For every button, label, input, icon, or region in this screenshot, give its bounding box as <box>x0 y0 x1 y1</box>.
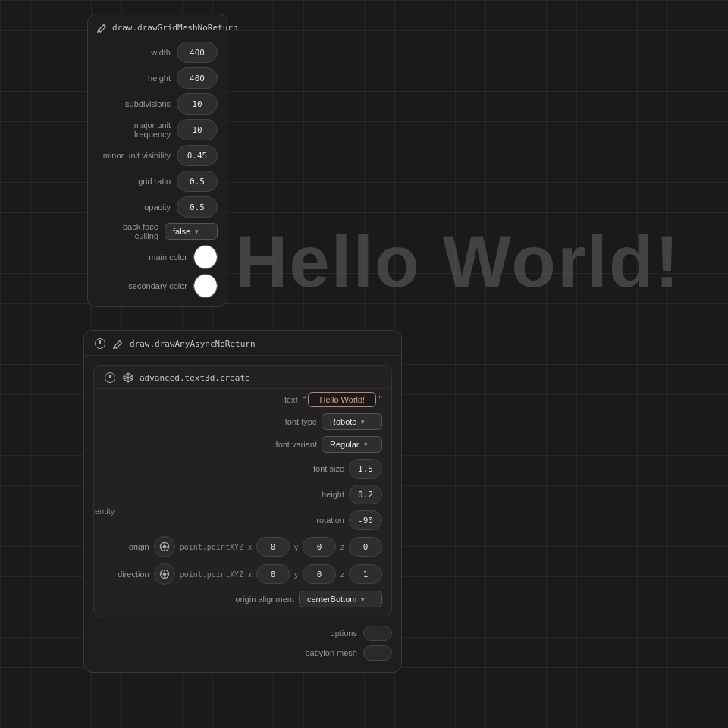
font-type-dropdown[interactable]: Roboto ▾ <box>322 413 382 430</box>
direction-x-value[interactable]: 0 <box>256 564 290 584</box>
text-height-label: height <box>103 490 344 499</box>
pen2-icon <box>111 337 125 350</box>
font-variant-label: font variant <box>103 440 317 449</box>
width-value[interactable]: 400 <box>177 42 218 63</box>
direction-label: direction <box>103 570 149 579</box>
babylon-mesh-toggle[interactable] <box>363 645 392 661</box>
secondary-color-row: secondary color <box>88 271 227 300</box>
back-face-culling-row: back face culling false ▾ <box>88 220 227 243</box>
origin-alignment-label: origin alignment <box>103 595 294 604</box>
major-unit-label: major unit frequency <box>97 121 171 139</box>
options-label: options <box>93 629 357 638</box>
font-variant-value: Regular <box>330 440 359 449</box>
clock-icon <box>93 337 107 350</box>
font-variant-arrow: ▾ <box>364 441 368 448</box>
height-row: height 400 <box>88 65 227 91</box>
origin-alignment-arrow: ▾ <box>361 595 365 603</box>
direction-z-value[interactable]: 1 <box>349 564 382 584</box>
direction-z-label: z <box>340 570 344 579</box>
panel1-title: draw.drawGridMeshNoReturn <box>112 23 238 33</box>
opacity-value[interactable]: 0.5 <box>177 196 218 218</box>
direction-x-label: x <box>248 570 252 579</box>
sub-panel-title: advanced.text3d.create <box>140 373 250 383</box>
grid-ratio-row: grid ratio 0.5 <box>88 168 227 194</box>
font-size-label: font size <box>103 464 344 473</box>
panel2-title: draw.drawAnyAsyncNoReturn <box>130 339 256 349</box>
minor-unit-row: minor unit visibility 0.45 <box>88 143 227 168</box>
subdivisions-value[interactable]: 10 <box>177 93 218 115</box>
grid-ratio-label: grid ratio <box>97 177 171 186</box>
subdivisions-label: subdivisions <box>97 99 171 108</box>
dropdown-arrow-icon: ▾ <box>195 228 199 235</box>
origin-alignment-value: centerBottom <box>307 595 356 604</box>
direction-selector-button[interactable] <box>154 563 175 585</box>
sub-panel-header: advanced.text3d.create <box>94 366 391 389</box>
font-type-value: Roboto <box>330 417 356 426</box>
back-face-culling-dropdown[interactable]: false ▾ <box>165 223 218 240</box>
options-row: options <box>84 623 401 643</box>
font-type-label: font type <box>103 417 317 426</box>
origin-y-label: y <box>294 543 298 551</box>
opacity-label: opacity <box>97 202 171 212</box>
origin-x-label: x <box>248 543 252 551</box>
font-variant-row: font variant Regular ▾ <box>94 433 391 456</box>
pen-icon <box>97 20 108 34</box>
opacity-row: opacity 0.5 <box>88 194 227 220</box>
minor-unit-value[interactable]: 0.45 <box>177 145 218 166</box>
main-color-row: main color <box>88 243 227 271</box>
back-face-culling-label: back face culling <box>97 222 158 240</box>
height-label: height <box>97 74 171 83</box>
direction-row: direction point.pointXYZ x 0 y 0 z <box>94 560 391 588</box>
origin-alignment-dropdown[interactable]: centerBottom ▾ <box>299 591 382 607</box>
text-row: text “ Hello World! ” <box>94 389 391 410</box>
origin-z-label: z <box>340 543 344 551</box>
draw-async-panel: draw.drawAnyAsyncNoReturn entity advance… <box>83 330 402 673</box>
subdivisions-row: subdivisions 10 <box>88 91 227 117</box>
text-label: text <box>103 395 298 404</box>
secondary-color-swatch[interactable] <box>193 274 218 298</box>
text-height-row: height 0.2 <box>94 482 391 507</box>
rotation-label: rotation <box>103 516 344 525</box>
secondary-color-label: secondary color <box>97 281 187 290</box>
draw-grid-panel: draw.drawGridMeshNoReturn width 400 heig… <box>87 14 228 307</box>
rotation-row: rotation -90 <box>94 507 391 533</box>
direction-y-value[interactable]: 0 <box>303 564 336 584</box>
panel2-header: draw.drawAnyAsyncNoReturn <box>84 331 401 356</box>
babylon-mesh-label: babylon mesh <box>93 648 357 657</box>
origin-point-type: point.pointXYZ <box>180 543 243 551</box>
origin-z-value[interactable]: 0 <box>349 537 382 557</box>
font-variant-dropdown[interactable]: Regular ▾ <box>322 436 382 453</box>
text3d-sub-panel: advanced.text3d.create text “ Hello Worl… <box>93 365 392 617</box>
main-color-swatch[interactable] <box>193 245 218 269</box>
open-quote: “ <box>303 394 306 406</box>
text-value-input[interactable]: Hello World! <box>308 392 376 407</box>
grid-ratio-value[interactable]: 0.5 <box>177 171 218 192</box>
origin-label: origin <box>103 542 149 551</box>
babylon-mesh-row: babylon mesh <box>84 643 401 663</box>
sub-mesh-icon <box>121 371 135 384</box>
close-quote: ” <box>378 394 382 406</box>
font-size-value[interactable]: 1.5 <box>349 459 382 479</box>
width-label: width <box>97 48 171 57</box>
text-height-value[interactable]: 0.2 <box>349 485 382 504</box>
direction-y-label: y <box>294 570 298 579</box>
direction-point-type: point.pointXYZ <box>180 570 243 579</box>
origin-x-value[interactable]: 0 <box>256 537 290 557</box>
minor-unit-label: minor unit visibility <box>97 151 171 160</box>
major-unit-value[interactable]: 10 <box>177 119 218 140</box>
options-toggle[interactable] <box>363 626 392 641</box>
origin-y-value[interactable]: 0 <box>303 537 336 557</box>
font-type-arrow: ▾ <box>361 418 365 425</box>
svg-point-5 <box>163 545 165 548</box>
text-input-wrapper: “ Hello World! ” <box>303 392 382 407</box>
sub-clock-icon <box>103 371 117 384</box>
width-row: width 400 <box>88 39 227 65</box>
panel1-header: draw.drawGridMeshNoReturn <box>88 14 227 39</box>
origin-selector-button[interactable] <box>154 536 175 557</box>
back-face-culling-value: false <box>173 227 190 236</box>
svg-point-11 <box>163 573 165 575</box>
font-type-row: font type Roboto ▾ <box>94 410 391 433</box>
entity-label: entity <box>95 507 115 516</box>
rotation-value[interactable]: -90 <box>349 510 382 530</box>
height-value[interactable]: 400 <box>177 67 218 89</box>
